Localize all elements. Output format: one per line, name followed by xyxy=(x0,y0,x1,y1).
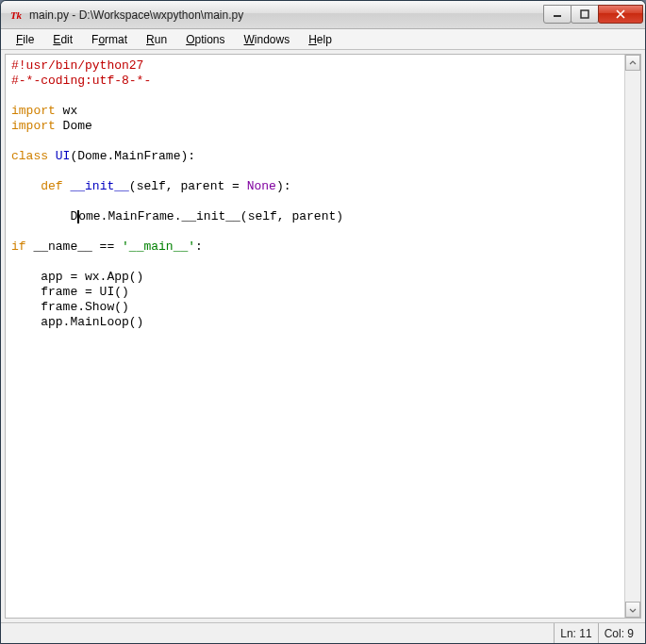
app-icon: Tk xyxy=(8,8,24,23)
code-line: frame.Show() xyxy=(11,300,619,315)
status-col: Col: 9 xyxy=(598,623,639,643)
status-line: Ln: 11 xyxy=(554,623,597,643)
menubar: FileEditFormatRunOptionsWindowsHelp xyxy=(1,29,645,50)
code-editor[interactable]: #!usr/bin/python27#-*-coding:utf-8-*- im… xyxy=(6,55,624,618)
scroll-up-button[interactable] xyxy=(625,55,640,71)
code-line: if __name__ == '__main__': xyxy=(11,239,619,255)
code-line: #!usr/bin/python27 xyxy=(11,58,619,74)
vertical-scrollbar[interactable] xyxy=(624,55,640,618)
svg-rect-0 xyxy=(554,15,561,17)
scroll-down-button[interactable] xyxy=(625,602,640,618)
close-button[interactable] xyxy=(598,5,643,24)
statusbar: Ln: 11 Col: 9 xyxy=(1,622,645,643)
code-line: class UI(Dome.MainFrame): xyxy=(11,149,619,164)
code-line xyxy=(11,89,619,104)
menu-run[interactable]: Run xyxy=(137,31,176,48)
menu-edit[interactable]: Edit xyxy=(43,31,82,48)
code-line xyxy=(11,134,619,149)
chevron-down-icon xyxy=(629,606,637,614)
window-title: main.py - D:\Workspace\wxpython\main.py xyxy=(29,8,544,22)
code-line: import Dome xyxy=(11,119,619,134)
minimize-button[interactable] xyxy=(543,5,571,24)
code-line: import wx xyxy=(11,104,619,119)
code-line: #-*-coding:utf-8-*- xyxy=(11,74,619,89)
titlebar[interactable]: Tk main.py - D:\Workspace\wxpython\main.… xyxy=(1,1,645,29)
menu-options[interactable]: Options xyxy=(176,31,234,48)
chevron-up-icon xyxy=(629,59,637,67)
code-line: app.MainLoop() xyxy=(11,315,619,330)
menu-format[interactable]: Format xyxy=(82,31,137,48)
code-line xyxy=(11,255,619,270)
code-line: def __init__(self, parent = None): xyxy=(11,179,619,194)
minimize-icon xyxy=(553,9,562,19)
window-buttons xyxy=(544,5,643,24)
code-line: app = wx.App() xyxy=(11,270,619,285)
scroll-track[interactable] xyxy=(625,71,640,602)
close-icon xyxy=(616,9,625,19)
code-line: Dome.MainFrame.__init__(self, parent) xyxy=(11,209,619,224)
maximize-icon xyxy=(580,9,589,19)
code-line xyxy=(11,224,619,239)
code-line: frame = UI() xyxy=(11,285,619,300)
menu-help[interactable]: Help xyxy=(299,31,341,48)
app-window: Tk main.py - D:\Workspace\wxpython\main.… xyxy=(0,0,646,644)
code-line xyxy=(11,164,619,179)
menu-windows[interactable]: Windows xyxy=(235,31,300,48)
maximize-button[interactable] xyxy=(571,5,599,24)
menu-file[interactable]: File xyxy=(7,31,43,48)
svg-rect-1 xyxy=(581,10,588,18)
editor-container: #!usr/bin/python27#-*-coding:utf-8-*- im… xyxy=(5,54,641,619)
code-line xyxy=(11,194,619,209)
